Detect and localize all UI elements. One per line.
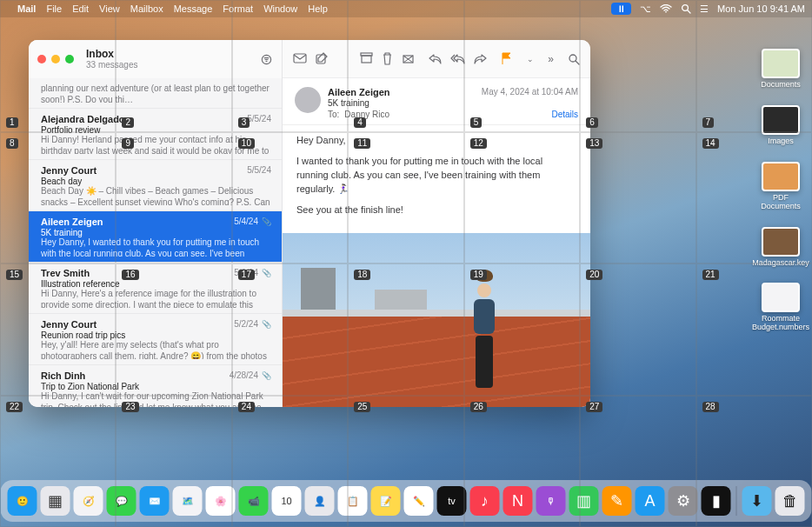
- dock-app-mail[interactable]: ✉️: [140, 486, 170, 516]
- dock-app-safari[interactable]: 🧭: [74, 486, 103, 516]
- desktop-icon[interactable]: Madagascar.key: [755, 227, 807, 268]
- menu-edit[interactable]: Edit: [72, 3, 89, 14]
- viewer-pane: ⌄ » Aileen Zeigen May 4, 2024 at 10:04 A…: [283, 40, 590, 407]
- dock-app-calendar[interactable]: 10: [272, 486, 302, 516]
- row-date: 5/4/24📎: [234, 217, 271, 227]
- dock-app-news[interactable]: N: [503, 486, 533, 516]
- message-row[interactable]: Jenny Court5/2/24📎Reunion road trip pics…: [29, 314, 282, 365]
- filter-icon[interactable]: [260, 53, 273, 66]
- menu-message[interactable]: Message: [174, 3, 213, 14]
- to-recipient: Danny Rico: [344, 110, 389, 119]
- message-row[interactable]: Jenny Court5/5/24Beach dayBeach Day ☀️ –…: [29, 160, 282, 211]
- mailbox-count: 33 messages: [86, 60, 137, 70]
- trash-icon[interactable]: [382, 52, 393, 65]
- junk-icon[interactable]: [402, 52, 415, 65]
- voice-control-icon[interactable]: ⏸: [611, 3, 631, 15]
- compose-icon[interactable]: [316, 52, 329, 65]
- message-row[interactable]: Trev Smith5/3/24📎Illustration referenceH…: [29, 263, 282, 314]
- message-row[interactable]: Alejandra Delgado5/5/24Portfolio reviewH…: [29, 109, 282, 160]
- dock-app-photos[interactable]: 🌸: [206, 486, 236, 516]
- desktop-icon[interactable]: Roommate Budget.numbers: [755, 283, 807, 332]
- dock-app-tv[interactable]: tv: [437, 486, 467, 516]
- grid-number: 1: [6, 117, 18, 128]
- toolbar-overflow-icon[interactable]: »: [548, 53, 554, 65]
- numbers-icon: ▥: [576, 491, 591, 510]
- app-menu[interactable]: Mail: [17, 3, 36, 14]
- row-sender: Trev Smith: [41, 268, 90, 278]
- window-close-button[interactable]: [37, 55, 46, 63]
- control-center-icon[interactable]: ⌥: [640, 3, 651, 15]
- row-date: 5/5/24: [247, 114, 271, 124]
- podcasts-icon: 🎙: [546, 496, 556, 506]
- dock-app-contacts[interactable]: 👤: [305, 486, 335, 516]
- menu-window[interactable]: Window: [263, 3, 297, 14]
- dock-app-maps[interactable]: 🗺️: [173, 486, 203, 516]
- menu-mailbox[interactable]: Mailbox: [130, 3, 163, 14]
- svg-line-13: [576, 61, 579, 64]
- details-link[interactable]: Details: [551, 110, 578, 119]
- dock-app-settings[interactable]: ⚙: [669, 486, 698, 516]
- svg-rect-10: [362, 56, 371, 63]
- attachment-icon: 📎: [262, 269, 271, 277]
- viewer-toolbar: ⌄ »: [283, 40, 590, 78]
- archive-icon[interactable]: [360, 52, 373, 65]
- finder-icon: 🙂: [17, 496, 29, 507]
- svg-point-0: [665, 11, 667, 13]
- new-message-icon[interactable]: [293, 52, 307, 65]
- attachment-image[interactable]: [283, 233, 590, 407]
- menu-help[interactable]: Help: [308, 3, 328, 14]
- dock-app-numbers[interactable]: ▥: [569, 486, 599, 516]
- wifi-icon[interactable]: [660, 4, 672, 13]
- freeform-icon: ✏️: [413, 496, 425, 507]
- reply-all-icon[interactable]: [450, 53, 465, 64]
- dock-app-iphone[interactable]: ▮: [702, 486, 731, 516]
- dock-app-downloads[interactable]: ⬇: [742, 486, 772, 516]
- desktop-icon[interactable]: Documents: [755, 49, 807, 90]
- desktop-icon[interactable]: Images: [755, 105, 807, 146]
- dock-app-facetime[interactable]: 📹: [239, 486, 269, 516]
- chevron-down-icon[interactable]: ⌄: [527, 55, 534, 63]
- message-list[interactable]: planning our next adventure (or at least…: [29, 78, 282, 407]
- grid-cell: 6: [580, 0, 696, 132]
- mailbox-title: Inbox: [86, 49, 137, 60]
- dock-app-reminders[interactable]: 📋: [338, 486, 368, 516]
- dock-app-trash[interactable]: 🗑: [775, 486, 805, 516]
- dock-app-finder[interactable]: 🙂: [8, 486, 37, 516]
- tv-icon: tv: [448, 496, 456, 506]
- dock-app-music[interactable]: ♪: [470, 486, 500, 516]
- message-row[interactable]: Rich Dinh4/28/24📎Trip to Zion National P…: [29, 365, 282, 407]
- forward-icon[interactable]: [474, 53, 487, 64]
- news-icon: N: [512, 492, 523, 510]
- dock-app-podcasts[interactable]: 🎙: [536, 486, 566, 516]
- menubar-clock[interactable]: Mon Jun 10 9:41 AM: [717, 3, 805, 14]
- dock-app-messages[interactable]: 💬: [107, 486, 136, 516]
- grid-cell: 20: [580, 264, 696, 396]
- spotlight-icon[interactable]: [681, 3, 691, 14]
- menu-format[interactable]: Format: [223, 3, 253, 14]
- window-minimize-button[interactable]: [51, 55, 60, 63]
- runner-figure: [461, 285, 508, 407]
- menu-view[interactable]: View: [99, 3, 120, 14]
- calendar-icon: 10: [281, 496, 291, 506]
- facetime-icon: 📹: [248, 496, 260, 507]
- dock-app-launchpad[interactable]: ▦: [41, 486, 70, 516]
- reply-icon[interactable]: [429, 53, 442, 64]
- flag-icon[interactable]: [501, 52, 513, 65]
- message-row[interactable]: Aileen Zeigen5/4/24📎5K trainingHey Danny…: [29, 211, 282, 263]
- search-icon[interactable]: [568, 53, 580, 65]
- message-subject: 5K training: [295, 98, 578, 108]
- desktop-icons: DocumentsImagesPDF DocumentsMadagascar.k…: [755, 49, 807, 332]
- row-preview: Hey Danny, I wanted to thank you for put…: [41, 237, 271, 257]
- row-date: 5/2/24📎: [234, 319, 271, 330]
- message-row[interactable]: planning our next adventure (or at least…: [29, 78, 282, 109]
- svg-rect-7: [294, 54, 306, 63]
- desktop-icon[interactable]: PDF Documents: [755, 162, 807, 211]
- dock-app-appstore[interactable]: A: [636, 486, 665, 516]
- desktop-icon-label: PDF Documents: [755, 194, 807, 211]
- dock-app-notes[interactable]: 📝: [371, 486, 401, 516]
- menu-extras-icon[interactable]: ☰: [700, 3, 709, 15]
- dock-app-freeform[interactable]: ✏️: [404, 486, 434, 516]
- menu-file[interactable]: File: [46, 3, 62, 14]
- dock-app-pages[interactable]: ✎: [602, 486, 632, 516]
- window-zoom-button[interactable]: [65, 55, 74, 63]
